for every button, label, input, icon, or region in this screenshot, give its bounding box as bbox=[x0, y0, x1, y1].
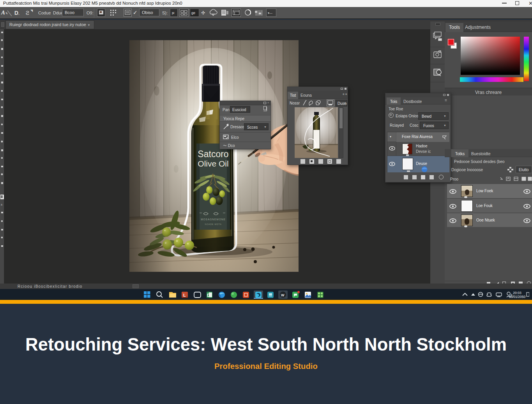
svg-text:08/01/2050: 08/01/2050 bbox=[509, 295, 526, 299]
svg-text:20:03: 20:03 bbox=[513, 291, 521, 295]
svg-text:W: W bbox=[281, 293, 285, 297]
svg-text:a: a bbox=[1, 203, 2, 206]
svg-text:D: D bbox=[207, 293, 210, 298]
